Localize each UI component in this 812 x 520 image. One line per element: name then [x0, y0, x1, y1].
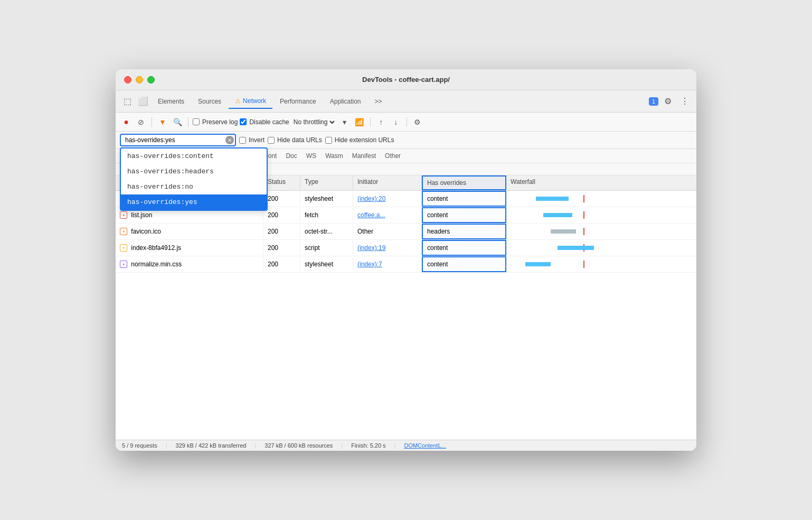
more-options-icon[interactable]: ⋮ — [677, 94, 692, 109]
hide-data-urls-checkbox[interactable] — [268, 137, 275, 144]
invert-label[interactable]: Invert — [239, 136, 265, 144]
record-button[interactable]: ● — [120, 116, 133, 128]
waterfall-line-5 — [583, 261, 584, 268]
waterfall-bar-container — [511, 195, 692, 202]
td-overrides-2: content — [422, 207, 506, 223]
td-status-4: 200 — [263, 241, 300, 255]
devtools-window: DevTools - coffee-cart.app/ ⬚ ⬜ Elements… — [116, 69, 696, 451]
td-status-2: 200 — [263, 208, 300, 222]
css2-file-icon: ▪ — [120, 261, 127, 268]
type-wasm[interactable]: Wasm — [321, 151, 347, 161]
network-settings-icon[interactable]: ⚙ — [411, 116, 424, 128]
settings-icon[interactable]: ⚙ — [660, 94, 675, 109]
filter-option-no[interactable]: has-overrides:no — [121, 179, 267, 194]
table-row[interactable]: ▪ favicon.ico 200 octet-str... Other hea… — [116, 224, 696, 240]
upload-icon[interactable]: ↑ — [375, 116, 388, 128]
table-row[interactable]: ▪ index-8bfa4912.js 200 script (index):1… — [116, 240, 696, 256]
notification-badge: 1 — [649, 97, 658, 106]
hide-extension-urls-checkbox[interactable] — [325, 137, 332, 144]
waterfall-bar-container-5 — [511, 261, 692, 268]
type-doc[interactable]: Doc — [281, 151, 301, 161]
resources-size: 327 kB / 600 kB resources — [265, 442, 333, 449]
td-waterfall-3 — [506, 225, 696, 238]
td-waterfall-2 — [506, 208, 696, 222]
waterfall-bar-5 — [525, 262, 551, 266]
th-status[interactable]: Status — [263, 175, 300, 190]
close-button[interactable] — [124, 76, 131, 83]
td-overrides-3: headers — [422, 224, 506, 239]
tab-performance[interactable]: Performance — [273, 95, 323, 108]
th-waterfall[interactable]: Waterfall — [506, 175, 696, 190]
th-initiator[interactable]: Initiator — [353, 175, 422, 190]
tab-more[interactable]: >> — [369, 95, 389, 108]
waterfall-bar-container-4 — [511, 244, 692, 252]
td-type-2: fetch — [300, 208, 353, 222]
tab-network[interactable]: ⚠Network — [229, 94, 272, 109]
status-bar: 5 / 9 requests | 329 kB / 422 kB transfe… — [116, 440, 696, 451]
td-type-3: octet-str... — [300, 225, 353, 238]
type-ws[interactable]: WS — [302, 151, 320, 161]
filter-option-content[interactable]: has-overrides:content — [121, 148, 267, 164]
hide-data-urls-label[interactable]: Hide data URLs — [268, 136, 322, 144]
tab-sources[interactable]: Sources — [192, 95, 228, 108]
waterfall-bar-3 — [551, 229, 576, 234]
filter-bar: ✕ has-overrides:content has-overrides:he… — [116, 132, 696, 149]
tab-elements[interactable]: Elements — [152, 95, 191, 108]
th-type[interactable]: Type — [300, 175, 353, 190]
td-waterfall-4 — [506, 241, 696, 255]
td-overrides-1: content — [422, 191, 506, 207]
throttle-select[interactable]: No throttling — [291, 118, 336, 126]
warning-icon: ⚠ — [235, 97, 241, 105]
filter-option-yes[interactable]: has-overrides:yes — [121, 194, 267, 210]
finish-time: Finish: 5.20 s — [351, 442, 385, 449]
minimize-button[interactable] — [136, 76, 143, 83]
td-initiator-3: Other — [353, 225, 422, 238]
th-overrides[interactable]: Has overrides — [422, 175, 506, 190]
clear-button[interactable]: ⊘ — [135, 116, 147, 128]
type-manifest[interactable]: Manifest — [348, 151, 380, 161]
td-name-3: ▪ favicon.ico — [116, 225, 263, 239]
requests-count: 5 / 9 requests — [122, 442, 157, 449]
preserve-log-label[interactable]: Preserve log — [193, 118, 238, 126]
network-toolbar: ● ⊘ ▼ 🔍 Preserve log Disable cache No th… — [116, 113, 696, 132]
waterfall-bar-2 — [543, 213, 572, 217]
filter-button[interactable]: ▼ — [156, 116, 169, 128]
td-initiator-5: (index):7 — [353, 257, 422, 271]
table-row[interactable]: ▪ normalize.min.css 200 stylesheet (inde… — [116, 256, 696, 273]
separator-4 — [407, 117, 407, 127]
title-bar: DevTools - coffee-cart.app/ — [116, 69, 696, 90]
td-overrides-4: content — [422, 240, 506, 256]
filter-clear-button[interactable]: ✕ — [225, 136, 234, 144]
td-name-5: ▪ normalize.min.css — [116, 257, 263, 272]
filter-option-headers[interactable]: has-overrides:headers — [121, 164, 267, 179]
td-waterfall-5 — [506, 257, 696, 271]
filter-dropdown: has-overrides:content has-overrides:head… — [120, 147, 268, 211]
inspector-icon[interactable]: ⬚ — [120, 94, 135, 109]
waterfall-line — [583, 195, 584, 202]
separator-2 — [188, 117, 188, 127]
requests-table: Name Status Type Initiator Has overrides… — [116, 175, 696, 440]
waterfall-bar-4 — [558, 246, 594, 250]
dom-content-link[interactable]: DOMContentL... — [404, 442, 446, 449]
invert-checkbox[interactable] — [239, 137, 246, 144]
throttle-dropdown-icon[interactable]: ▾ — [338, 116, 351, 128]
wifi-icon[interactable]: 📶 — [353, 116, 366, 128]
disable-cache-label[interactable]: Disable cache — [240, 118, 289, 126]
waterfall-bar-container-2 — [511, 211, 692, 219]
tab-application[interactable]: Application — [324, 95, 367, 108]
maximize-button[interactable] — [147, 76, 155, 83]
download-icon[interactable]: ↓ — [390, 116, 402, 128]
disable-cache-checkbox[interactable] — [240, 118, 247, 125]
td-status-5: 200 — [263, 257, 300, 271]
td-name-4: ▪ index-8bfa4912.js — [116, 241, 263, 255]
td-initiator-2: coffee.a... — [353, 208, 422, 222]
hide-extension-urls-label[interactable]: Hide extension URLs — [325, 136, 394, 144]
js-file-icon: ▪ — [120, 244, 127, 252]
preserve-log-checkbox[interactable] — [193, 118, 200, 125]
device-icon[interactable]: ⬜ — [136, 94, 150, 109]
table-body: ▪ index-b859522e.css 200 stylesheet (ind… — [116, 191, 696, 440]
type-other[interactable]: Other — [381, 151, 405, 161]
filter-input[interactable] — [120, 134, 236, 146]
search-button[interactable]: 🔍 — [171, 116, 184, 128]
transferred-size: 329 kB / 422 kB transferred — [176, 442, 247, 449]
